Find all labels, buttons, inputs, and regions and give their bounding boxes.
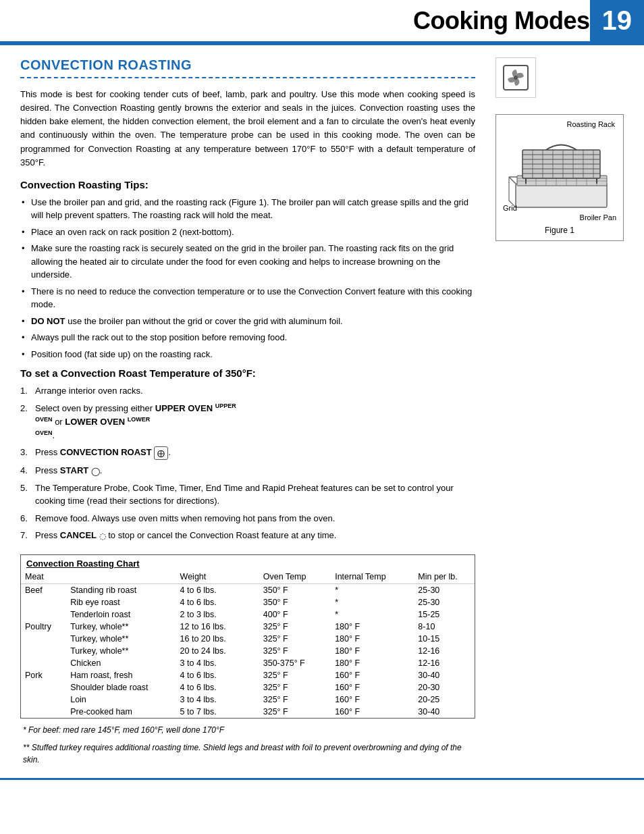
tip-3: Make sure the roasting rack is securely … — [20, 242, 475, 282]
tips-heading: Convection Roasting Tips: — [20, 179, 475, 190]
cell-weight-1: 4 to 6 lbs. — [176, 596, 259, 608]
cell-cut-1: Rib eye roast — [66, 596, 176, 608]
chart-body: BeefStanding rib roast4 to 6 lbs.350° F*… — [21, 583, 475, 718]
cell-weight-5: 20 to 24 lbs. — [176, 645, 259, 657]
start-label: START — [60, 465, 88, 475]
cell-weight-6: 3 to 4 lbs. — [176, 657, 259, 669]
chart-row-9: Loin3 to 4 lbs.325° F160° F20-25 — [21, 694, 475, 706]
chart-row-1: Rib eye roast4 to 6 lbs.350° F*25-30 — [21, 596, 475, 608]
steps-list: 1.Arrange interior oven racks. 2.Select … — [20, 384, 475, 542]
cell-weight-3: 12 to 16 lbs. — [176, 621, 259, 633]
cell-cut-4: Turkey, whole** — [66, 633, 176, 645]
start-icon: ◯ — [91, 465, 100, 477]
cell-oven-temp-7: 325° F — [259, 669, 331, 681]
cell-cut-10: Pre-cooked ham — [66, 706, 176, 718]
cell-internal-temp-7: 160° F — [331, 669, 414, 681]
cell-weight-8: 4 to 6 lbs. — [176, 681, 259, 694]
roasting-rack-label: Roasting Rack — [502, 120, 618, 128]
cell-internal-temp-2: * — [331, 608, 414, 621]
cell-oven-temp-0: 350° F — [259, 583, 331, 596]
col-cut — [66, 570, 176, 584]
section-rule — [20, 77, 475, 78]
cell-oven-temp-4: 325° F — [259, 633, 331, 645]
step-4: 4.Press START ◯. — [20, 464, 475, 477]
cell-weight-0: 4 to 6 lbs. — [176, 583, 259, 596]
header-title-area: Cooking Modes — [0, 0, 590, 41]
cell-oven-temp-6: 350-375° F — [259, 657, 331, 669]
figure-caption: Figure 1 — [502, 226, 618, 235]
page-content: CONVECTION ROASTING This mode is best fo… — [0, 57, 644, 766]
tip-4: There is no need to reduce the convectio… — [20, 285, 475, 311]
cell-min-per-lb-5: 12-16 — [414, 645, 475, 657]
cell-oven-temp-9: 325° F — [259, 694, 331, 706]
tip-7: Position food (fat side up) on the roast… — [20, 348, 475, 361]
step-2: 2.Select oven by pressing either UPPER O… — [20, 402, 475, 442]
section-heading: CONVECTION ROASTING — [20, 57, 475, 73]
tip-6: Always pull the rack out to the stop pos… — [20, 331, 475, 344]
bottom-rule — [0, 778, 644, 780]
cell-meat-type-10 — [21, 706, 66, 718]
cell-min-per-lb-9: 20-25 — [414, 694, 475, 706]
chart-row-8: Shoulder blade roast4 to 6 lbs.325° F160… — [21, 681, 475, 694]
cell-oven-temp-2: 400° F — [259, 608, 331, 621]
chart-row-5: Turkey, whole**20 to 24 lbs.325° F180° F… — [21, 645, 475, 657]
cell-cut-5: Turkey, whole** — [66, 645, 176, 657]
cell-cut-9: Loin — [66, 694, 176, 706]
cell-cut-8: Shoulder blade roast — [66, 681, 176, 694]
step-1: 1.Arrange interior oven racks. — [20, 384, 475, 398]
cell-weight-9: 3 to 4 lbs. — [176, 694, 259, 706]
cancel-icon: ◌ — [99, 530, 106, 542]
step-7: 7.Press CANCEL ◌ to stop or cancel the C… — [20, 529, 475, 542]
page-title: Cooking Modes — [413, 7, 590, 34]
page-number: 19 — [590, 0, 645, 41]
cell-meat-type-8 — [21, 681, 66, 694]
convection-icon-box — [495, 57, 536, 98]
cell-meat-type-4 — [21, 633, 66, 645]
cell-oven-temp-10: 325° F — [259, 706, 331, 718]
convection-roast-icon: ⨁ — [154, 446, 168, 461]
cell-meat-type-5 — [21, 645, 66, 657]
chart-row-2: Tenderloin roast2 to 3 lbs.400° F*15-25 — [21, 608, 475, 621]
chart-row-7: PorkHam roast, fresh4 to 6 lbs.325° F160… — [21, 669, 475, 681]
cell-internal-temp-9: 160° F — [331, 694, 414, 706]
cell-cut-2: Tenderloin roast — [66, 608, 176, 621]
step-5: 5.The Temperature Probe, Cook Time, Time… — [20, 481, 475, 508]
chart-row-4: Turkey, whole**16 to 20 lbs.325° F180° F… — [21, 633, 475, 645]
set-temp-heading: To set a Convection Roast Temperature of… — [20, 367, 475, 379]
chart-title: Convection Roasting Chart — [21, 555, 475, 570]
convection-roast-svg-icon — [501, 63, 531, 93]
cell-internal-temp-6: 180° F — [331, 657, 414, 669]
main-column: CONVECTION ROASTING This mode is best fo… — [20, 57, 489, 766]
lower-oven-label: LOWER OVEN LOWEROVEN — [35, 417, 150, 440]
cell-weight-10: 5 to 7 lbs. — [176, 706, 259, 718]
chart-header-row: Meat Weight Oven Temp Internal Temp Min … — [21, 570, 475, 584]
cell-min-per-lb-6: 12-16 — [414, 657, 475, 669]
col-weight: Weight — [176, 570, 259, 584]
cell-oven-temp-3: 325° F — [259, 621, 331, 633]
cell-weight-2: 2 to 3 lbs. — [176, 608, 259, 621]
svg-line-3 — [509, 177, 516, 184]
cell-internal-temp-3: 180° F — [331, 621, 414, 633]
tip-5: DO NOT use the broiler pan without the g… — [20, 315, 475, 328]
cell-meat-type-0: Beef — [21, 583, 66, 596]
cell-meat-type-1 — [21, 596, 66, 608]
chart-row-0: BeefStanding rib roast4 to 6 lbs.350° F*… — [21, 583, 475, 596]
chart-row-3: PoultryTurkey, whole**12 to 16 lbs.325° … — [21, 621, 475, 633]
col-meat: Meat — [21, 570, 66, 584]
cell-meat-type-7: Pork — [21, 669, 66, 681]
side-column: Roasting Rack — [489, 57, 624, 766]
tip-1: Use the broiler pan and grid, and the ro… — [20, 196, 475, 222]
cell-internal-temp-4: 180° F — [331, 633, 414, 645]
cell-cut-0: Standing rib roast — [66, 583, 176, 596]
intro-text: This mode is best for cooking tender cut… — [20, 88, 475, 170]
tips-list: Use the broiler pan and grid, and the ro… — [20, 196, 475, 361]
cell-oven-temp-8: 325° F — [259, 681, 331, 694]
cell-internal-temp-1: * — [331, 596, 414, 608]
broiler-pan-label: Broiler Pan — [502, 213, 618, 221]
cancel-label: CANCEL — [60, 530, 97, 540]
cell-cut-6: Chicken — [66, 657, 176, 669]
do-not-label: DO NOT — [31, 316, 65, 326]
cell-min-per-lb-4: 10-15 — [414, 633, 475, 645]
cell-meat-type-6 — [21, 657, 66, 669]
footnote-2: ** Stuffed turkey requires additional ro… — [20, 741, 475, 766]
